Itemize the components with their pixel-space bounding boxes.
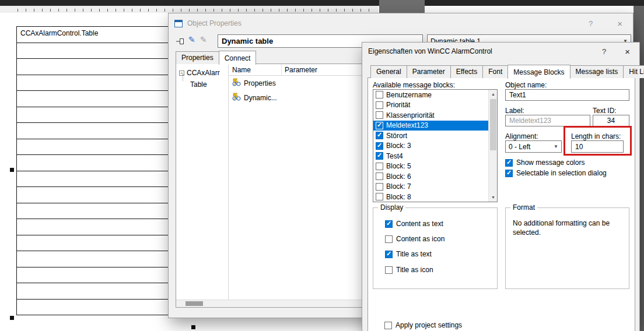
object-name-field[interactable] (505, 89, 629, 101)
show-message-colors-label: Show message colors (516, 159, 584, 167)
checkbox[interactable] (385, 266, 393, 274)
tab-message-blocks[interactable]: Message Blocks (508, 65, 570, 79)
message-block-label: Block: 6 (386, 172, 411, 181)
vertical-scrollbar[interactable]: ▲ ▼ (488, 90, 497, 202)
message-block-row[interactable]: Meldetext123 (373, 121, 488, 131)
message-block-row[interactable]: Block: 7 (373, 182, 488, 192)
selection-handle-left[interactable] (10, 168, 14, 172)
column-header-name[interactable]: Name (229, 64, 282, 76)
message-block-label: Test4 (386, 152, 403, 160)
object-properties-titlebar[interactable]: Object Properties ? × (169, 13, 633, 33)
alignment-label: Alignment: (505, 132, 538, 140)
alarmcontrol-titlebar[interactable]: Eigenschaften von WinCC AlarmControl ? × (362, 43, 639, 60)
alignment-value: 0 - Left (509, 143, 530, 151)
title-as-text-row[interactable]: Title as text (385, 250, 432, 258)
format-groupbox: Format No additional formatting can be s… (505, 207, 629, 289)
tab-font[interactable]: Font (482, 65, 508, 78)
dynamic-glasses-icon (232, 93, 241, 103)
message-block-row[interactable]: Benutzername (373, 90, 488, 100)
message-block-row[interactable]: Block: 5 (373, 161, 488, 172)
message-block-row[interactable]: Test4 (373, 151, 488, 161)
help-button[interactable]: ? (589, 19, 593, 28)
dynamic-wizard-icon[interactable]: ✎ (188, 35, 195, 44)
tree-node-root[interactable]: − CCAxAlarr (179, 69, 220, 77)
checkbox[interactable] (385, 251, 393, 258)
display-group-title: Display (378, 203, 405, 212)
length-in-chars-annotation-box (564, 126, 632, 156)
checkbox[interactable] (376, 142, 383, 150)
selectable-in-dialog-row[interactable]: Selectable in selection dialog (505, 169, 607, 177)
message-block-row[interactable]: Block: 3 (373, 141, 488, 152)
horizontal-ruler (0, 6, 378, 13)
dynamic-glasses-icon (232, 78, 241, 88)
column-header-parameter[interactable]: Parameter (282, 64, 375, 76)
alarm-control-table-object[interactable]: CCAxAlarmControl.Table (16, 26, 172, 315)
format-group-title: Format (510, 203, 537, 212)
selectable-in-dialog-label: Selectable in selection dialog (516, 169, 607, 177)
table-object-label: CCAxAlarmControl.Table (17, 27, 171, 40)
content-as-icon-row[interactable]: Content as icon (385, 235, 444, 243)
checkbox[interactable] (376, 101, 383, 109)
message-block-row[interactable]: Störort (373, 131, 488, 141)
checkbox[interactable] (376, 172, 383, 180)
tab-effects[interactable]: Effects (450, 65, 483, 78)
tab-parameter[interactable]: Parameter (407, 65, 451, 78)
tab-properties[interactable]: Properties (176, 51, 219, 64)
message-block-row[interactable]: Klassenpriorität (373, 110, 488, 121)
available-blocks-label: Available message blocks: (373, 81, 455, 89)
tree-child-label: Table (190, 80, 207, 89)
help-button[interactable]: ? (602, 47, 606, 56)
pin-icon[interactable] (176, 37, 185, 48)
checkbox[interactable] (505, 170, 513, 177)
checkbox[interactable] (385, 235, 393, 243)
alignment-dropdown[interactable]: 0 - Left ▼ (505, 140, 562, 153)
scroll-down-icon[interactable]: ▼ (489, 193, 498, 202)
tab-hit-list[interactable]: Hit List (623, 65, 644, 78)
tree-node-table[interactable]: Table (190, 80, 207, 89)
dynamic-wizard-disabled-icon[interactable]: ✎ (200, 35, 207, 44)
message-block-row[interactable]: Block: 8 (373, 192, 488, 202)
chevron-down-icon: ▼ (554, 144, 558, 149)
title-as-icon-label: Title as icon (396, 266, 433, 274)
checkbox[interactable] (376, 183, 383, 191)
title-as-icon-row[interactable]: Title as icon (385, 266, 433, 274)
object-properties-title: Object Properties (187, 19, 242, 27)
message-block-label: Benutzername (386, 91, 432, 99)
selection-handle-bottom-middle[interactable] (191, 325, 195, 329)
checkbox[interactable] (376, 152, 383, 160)
content-as-text-row[interactable]: Content as text (385, 220, 443, 228)
scrollbar-thumb[interactable] (186, 301, 203, 306)
checkbox[interactable] (376, 122, 383, 129)
tab-connect[interactable]: Connect (219, 51, 257, 65)
title-as-text-label: Title as text (396, 250, 432, 258)
checkbox[interactable] (376, 111, 383, 119)
checkbox[interactable] (376, 132, 383, 139)
alarmcontrol-properties-window: Eigenschaften von WinCC AlarmControl ? ×… (362, 42, 640, 331)
alarmcontrol-tabs: General Parameter Effects Font Message B… (370, 64, 644, 78)
apply-project-settings-row[interactable]: Apply project settings (384, 321, 462, 329)
tab-message-lists[interactable]: Message lists (570, 65, 624, 78)
checkbox[interactable] (385, 220, 393, 228)
tab-general[interactable]: General (370, 65, 407, 78)
checkbox[interactable] (384, 322, 392, 329)
display-groupbox: Display Content as text Content as icon … (373, 207, 498, 289)
tree-root-label: CCAxAlarr (187, 69, 220, 77)
tree-expander-icon[interactable]: − (179, 71, 184, 76)
checkbox[interactable] (505, 159, 513, 167)
text-id-label: Text ID: (593, 107, 617, 115)
scrollbar-thumb[interactable] (490, 99, 496, 150)
label-label: Label: (505, 107, 524, 115)
selection-handle-bottom-left[interactable] (10, 316, 14, 320)
text-id-field[interactable] (593, 115, 629, 126)
checkbox[interactable] (376, 193, 383, 200)
checkbox[interactable] (376, 163, 383, 170)
close-button[interactable]: × (617, 19, 622, 29)
show-message-colors-row[interactable]: Show message colors (505, 159, 584, 167)
checkbox[interactable] (376, 91, 383, 98)
scroll-up-icon[interactable]: ▲ (489, 90, 498, 98)
message-block-row[interactable]: Priorität (373, 100, 488, 111)
object-tree-pane: − CCAxAlarr Table (176, 64, 229, 300)
message-block-row[interactable]: Block: 6 (373, 171, 488, 182)
close-button[interactable]: × (625, 47, 630, 57)
label-field[interactable] (505, 115, 590, 126)
